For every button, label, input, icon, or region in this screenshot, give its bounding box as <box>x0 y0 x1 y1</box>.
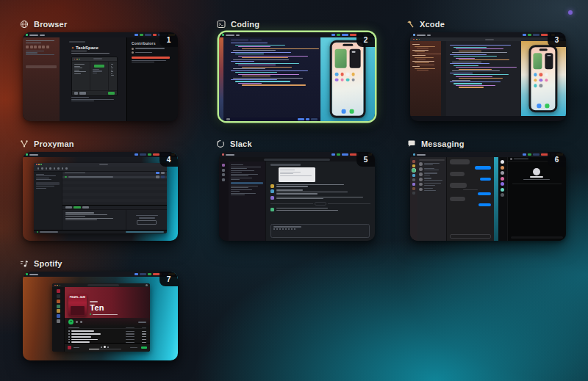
decor-line <box>71 53 110 54</box>
decor-line <box>459 59 509 60</box>
xcode-navigator <box>410 41 441 116</box>
slack-icon <box>216 139 225 148</box>
decor-dot <box>37 167 40 170</box>
decor-line <box>231 179 240 180</box>
space-number-badge: 2 <box>356 32 375 47</box>
decor-dot <box>282 228 284 230</box>
decor-line <box>456 85 495 86</box>
decor-line <box>453 56 498 57</box>
decor-dot <box>545 73 548 76</box>
decor-line <box>456 67 517 68</box>
decor-line <box>452 62 481 62</box>
decor-dot <box>501 188 504 192</box>
decor-line <box>132 62 154 62</box>
space-thumbnail-spotify[interactable]: PEARL JAM Ten <box>23 272 178 360</box>
app-icon-grid <box>335 73 360 81</box>
decor-dot <box>539 79 542 82</box>
decor-dot <box>285 228 287 230</box>
decor-dot <box>501 182 504 186</box>
decor-dot <box>49 167 51 170</box>
space-thumbnail-coding[interactable]: 2 <box>219 32 375 121</box>
decor-dot <box>501 171 504 175</box>
decor-line <box>36 186 54 186</box>
slack-message-pane <box>265 162 375 241</box>
player-bar <box>65 343 150 352</box>
decor-line <box>71 51 87 51</box>
decor-line <box>74 64 85 65</box>
decor-line <box>111 75 114 76</box>
decor-line <box>452 80 470 81</box>
decor-dot <box>57 319 60 323</box>
decor-line <box>132 60 166 61</box>
decor-line <box>231 61 254 62</box>
decor-line <box>276 197 363 197</box>
spotify-search <box>87 284 119 286</box>
decor-dot <box>222 178 225 181</box>
player-play-button <box>104 346 107 349</box>
iphone-dock <box>531 104 556 108</box>
space-number-badge: 3 <box>548 32 566 47</box>
decor-line <box>450 63 490 64</box>
iphone-mockup <box>330 40 366 118</box>
speech-bubble-icon <box>407 139 416 148</box>
blue-bubble <box>478 192 491 196</box>
space-label-text: Spotify <box>34 259 62 268</box>
decor-line <box>65 214 107 215</box>
space-thumbnail-messaging[interactable]: 6 <box>410 152 566 241</box>
decor-line <box>415 46 434 47</box>
browser-window: ✦TaskSpace Contributors <box>23 37 178 121</box>
decor-line <box>412 50 429 51</box>
decor-dot <box>352 73 356 76</box>
decor-line <box>238 46 270 47</box>
red-status-bar <box>132 57 170 59</box>
decor-dot <box>412 192 415 195</box>
decor-dot <box>346 73 350 76</box>
menu-bar <box>219 152 375 157</box>
decor-dot <box>294 228 295 230</box>
decor-line <box>424 185 435 186</box>
dark-widget <box>349 49 361 68</box>
space-label-browser: Browser <box>20 19 67 29</box>
decor-line <box>93 73 97 73</box>
decor-line <box>276 210 339 211</box>
play-button <box>68 319 74 324</box>
decor-line <box>456 76 492 77</box>
decor-line <box>93 69 99 70</box>
decor-line <box>453 83 483 84</box>
decor-line <box>453 47 487 48</box>
decor-line <box>231 164 243 165</box>
space-thumbnail-xcode[interactable]: 3 <box>410 32 566 121</box>
decor-line <box>238 65 275 65</box>
decor-line <box>417 65 434 65</box>
menu-bar <box>23 272 178 277</box>
decor-line <box>231 174 258 175</box>
xcode-window <box>410 37 566 121</box>
proxyman-v-icon <box>20 139 29 148</box>
app-icon-grid <box>534 73 553 87</box>
coding-desktop <box>219 37 375 121</box>
space-thumbnail-proxyman[interactable]: 4 <box>23 152 178 241</box>
decor-dot <box>42 46 45 48</box>
space-label-text: Slack <box>230 139 252 148</box>
imessage-chat <box>447 157 495 241</box>
decor-dot <box>279 228 281 230</box>
iphone-dock <box>332 109 364 114</box>
space-number-badge: 6 <box>548 152 566 167</box>
space-thumbnail-browser[interactable]: ✦TaskSpace Contributors <box>23 32 178 121</box>
decor-line <box>65 219 97 220</box>
decor-line <box>450 54 487 55</box>
decor-dot <box>57 309 60 313</box>
decor-line <box>450 45 511 46</box>
decor-line <box>424 188 433 189</box>
space-thumbnail-slack[interactable]: 5 <box>219 152 375 241</box>
decor-line <box>231 191 240 192</box>
dm-avatar-rail <box>498 157 507 241</box>
decor-line <box>415 68 434 69</box>
decor-dot <box>539 84 542 87</box>
slack-window <box>219 162 375 241</box>
space-label-spotify: Spotify <box>20 258 62 269</box>
decor-line <box>36 175 56 176</box>
decor-line <box>231 187 248 188</box>
xcode-editor <box>441 41 521 116</box>
decor-line <box>415 51 425 52</box>
